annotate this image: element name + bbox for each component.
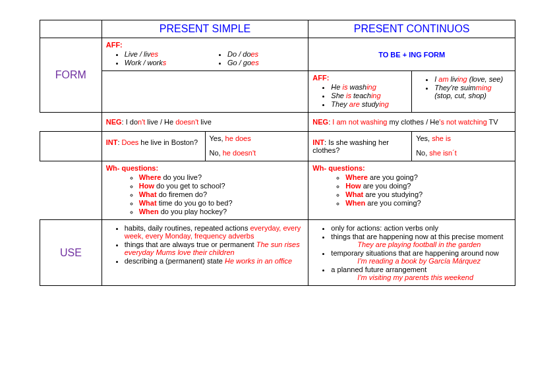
wh-item: Where are you going?: [345, 173, 511, 181]
wh-item: What do firemen do?: [139, 190, 305, 198]
grammar-table: PRESENT SIMPLE PRESENT CONTINUOS FORM AF…: [40, 20, 515, 286]
int-pc-a: Yes, she is No, she isn´t: [412, 132, 515, 161]
wh-item: What are you studying?: [345, 190, 511, 198]
spacer-wh: [40, 161, 102, 220]
int-ps-q: INT: Does he live in Boston?: [102, 132, 205, 161]
int-ps-a: Yes, he does No, he doesn't: [205, 132, 308, 161]
wh-item: When do you play hockey?: [139, 208, 305, 215]
wh-item: What time do you go to bed?: [139, 199, 305, 207]
use-pc: only for actions: action verbs only thin…: [308, 220, 515, 286]
label-use: USE: [40, 220, 102, 286]
wh-item: When are you coming?: [345, 199, 511, 207]
wh-item: How do you get to school?: [139, 182, 305, 190]
tobe-header: TO BE + ING FORM: [308, 38, 515, 71]
wh-item: How are you doing?: [345, 182, 511, 190]
aff-ps-col1: AFF: Live / lives Work / works: [102, 38, 205, 71]
neg-pc: NEG: I am not washing my clothes / He's …: [308, 113, 515, 132]
aff-pc-col1: AFF: He is washing She is teaching They …: [308, 71, 412, 113]
label-form: FORM: [40, 38, 102, 113]
blank-cell: [40, 20, 102, 38]
header-present-continuous: PRESENT CONTINUOS: [308, 20, 515, 38]
spacer-int: [40, 132, 102, 161]
wh-pc: Wh- questions: Where are you going?How a…: [308, 161, 515, 220]
int-pc-q: INT: Is she washing her clothes?: [308, 132, 412, 161]
use-ps: habits, daily routines, repeated actions…: [102, 220, 308, 286]
wh-item: Where do you live?: [139, 173, 305, 181]
spacer: [40, 113, 102, 132]
header-present-simple: PRESENT SIMPLE: [102, 20, 308, 38]
aff-ps-col2: Do / does Go / goes: [205, 38, 308, 71]
neg-ps: NEG: I don't live / He doesn't live: [102, 113, 308, 132]
wh-ps: Wh- questions: Where do you live?How do …: [102, 161, 308, 220]
aff-pc-col2: I am living (love, see) They're suimming…: [412, 71, 515, 113]
aff-ps-extra: [102, 71, 308, 113]
